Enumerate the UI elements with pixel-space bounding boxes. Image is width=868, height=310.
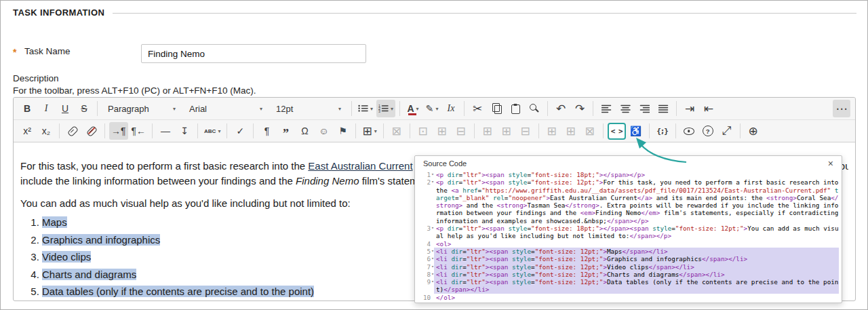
quote-icon: ” xyxy=(283,131,289,136)
insert-row-above-icon: ⊞ xyxy=(483,124,492,138)
toolbar-separator xyxy=(197,123,198,138)
toolbar-separator xyxy=(603,123,604,138)
strikethrough-button[interactable]: S xyxy=(75,100,93,117)
insert-column-before-button[interactable]: ⊞ xyxy=(543,122,561,140)
code-editor[interactable]: 1▾<p dir="ltr"><span style="font-size: 1… xyxy=(418,171,839,301)
line-number: 9▾ xyxy=(418,278,434,294)
paragraph-style-select[interactable]: Paragraph▾ xyxy=(102,100,181,117)
bullet-list-button[interactable]: ▾ xyxy=(356,100,375,117)
search-button[interactable] xyxy=(526,100,543,117)
insert-column-after-button[interactable]: ⊞ xyxy=(562,122,580,140)
toolbar-row: x²x₂→¶¶←—↧ABC▾✓¶”Ω☺⚑⊞▾⊠⊡⊞⊟⊞⊞⊟⊞⊞⊠< >♿{;}?… xyxy=(14,119,855,142)
insert-row-below-button[interactable]: ⊞ xyxy=(498,122,515,140)
help-button[interactable]: ? xyxy=(699,122,717,140)
page-break-button[interactable]: ↧ xyxy=(176,122,193,140)
text-color-button[interactable]: A▾ xyxy=(404,100,422,117)
code-text[interactable]: <li dir="ltr"><span style="font-size: 12… xyxy=(434,278,839,294)
emoticons-button[interactable]: ☺ xyxy=(315,122,332,140)
chevron-down-icon: ▾ xyxy=(173,106,176,112)
font-family-select[interactable]: Arial▾ xyxy=(184,100,268,117)
merge-cells-button[interactable]: ⊞ xyxy=(433,122,451,140)
toolbar-separator xyxy=(152,123,153,138)
text-color-icon: A xyxy=(407,103,414,114)
toolbar-separator xyxy=(59,123,60,138)
split-cell-button[interactable]: ⊟ xyxy=(452,122,470,140)
ltr-direction-button[interactable]: →¶ xyxy=(109,122,128,140)
code-text[interactable]: <li dir="ltr"><span style="font-size: 12… xyxy=(434,263,839,271)
toolbar-separator xyxy=(104,123,105,138)
redo-button[interactable]: ↷ xyxy=(571,100,589,117)
numbered-list-button[interactable]: 123▾ xyxy=(376,100,395,117)
code-text[interactable]: <p dir="ltr"><span style="font-size: 18p… xyxy=(434,225,839,240)
bold-button[interactable]: B xyxy=(18,100,36,117)
remove-link-button[interactable] xyxy=(83,122,100,140)
delete-column-button[interactable]: ⊠ xyxy=(581,122,599,140)
insert-link-button[interactable] xyxy=(64,122,81,140)
code-line: 9▾<li dir="ltr"><span style="font-size: … xyxy=(418,278,839,294)
code-text[interactable]: <p dir="ltr"><span style="font-size: 12p… xyxy=(434,178,839,225)
strikethrough-icon: S xyxy=(81,103,87,114)
special-character-button[interactable]: Ω xyxy=(296,122,313,140)
code-text[interactable]: <p dir="ltr"><span style="font-size: 18p… xyxy=(434,171,839,178)
toolbar-separator xyxy=(253,123,254,138)
line-number: 8▾ xyxy=(418,271,434,278)
align-center-button[interactable] xyxy=(616,100,634,117)
task-name-input[interactable] xyxy=(141,44,366,63)
delete-table-button[interactable]: ⊠ xyxy=(388,122,406,140)
close-icon[interactable]: × xyxy=(828,159,833,168)
font-size-select-label: 12pt xyxy=(276,104,293,114)
code-text[interactable]: </ol> xyxy=(434,294,839,301)
redo-icon: ↷ xyxy=(575,102,585,116)
italic-button[interactable]: I xyxy=(37,100,55,117)
delete-row-icon: ⊟ xyxy=(521,124,530,138)
indent-button[interactable]: ⇥ xyxy=(681,100,698,117)
paste-button[interactable] xyxy=(507,100,524,117)
align-left-button[interactable] xyxy=(597,100,615,117)
content-link[interactable]: East Australian Current xyxy=(308,160,412,172)
show-invisibles-button[interactable]: ¶ xyxy=(258,122,275,140)
source-code-button[interactable]: < > xyxy=(608,123,626,140)
code-text[interactable]: <li dir="ltr"><span style="font-size: 12… xyxy=(434,255,839,263)
text-segment: include the linking information between … xyxy=(20,175,296,187)
split-cell-icon: ⊟ xyxy=(456,124,466,138)
text-segment: Finding Nemo xyxy=(296,175,359,187)
blockquote-button[interactable]: ” xyxy=(277,122,294,140)
source-code-dialog: Source Code × 1▾<p dir="ltr"><span style… xyxy=(414,155,842,303)
code-text[interactable]: <li dir="ltr"><span style="font-size: 12… xyxy=(434,248,839,255)
spellcheck-toggle-button[interactable]: ✓ xyxy=(231,122,249,140)
align-left-icon xyxy=(601,104,612,113)
insert-row-above-button[interactable]: ⊞ xyxy=(479,122,496,140)
spellcheck-button[interactable]: ABC▾ xyxy=(202,122,222,140)
copy-button[interactable] xyxy=(488,100,505,117)
align-justify-icon xyxy=(658,104,669,113)
align-justify-button[interactable] xyxy=(654,100,672,117)
code-text[interactable]: <ol> xyxy=(434,240,839,248)
table-cell-properties-button[interactable]: ⊡ xyxy=(414,122,432,140)
font-size-select[interactable]: 12pt▾ xyxy=(271,100,347,117)
horizontal-rule-icon: — xyxy=(161,125,170,136)
delete-row-button[interactable]: ⊟ xyxy=(517,122,534,140)
table-button[interactable]: ⊞▾ xyxy=(360,122,378,140)
more-toolbar-button[interactable]: ⋯ xyxy=(833,100,850,117)
fullscreen-button[interactable]: ⤢ xyxy=(718,122,736,140)
toolbar-separator xyxy=(676,101,677,116)
anchor-button[interactable]: ⚑ xyxy=(334,122,351,140)
chevron-down-icon: ▾ xyxy=(435,106,438,112)
highlight-color-button[interactable]: ✎▾ xyxy=(423,100,441,117)
code-text[interactable]: <li dir="ltr"><span style="font-size: 12… xyxy=(434,271,839,278)
superscript-button[interactable]: x² xyxy=(18,122,36,140)
outdent-button[interactable]: ⇤ xyxy=(700,100,717,117)
clear-formatting-button[interactable]: Ix xyxy=(442,100,460,117)
add-content-button[interactable]: ⊕ xyxy=(745,122,762,140)
rtl-direction-button[interactable]: ¶← xyxy=(130,122,149,140)
underline-button[interactable]: U xyxy=(56,100,74,117)
align-right-button[interactable] xyxy=(635,100,653,117)
horizontal-rule-button[interactable]: — xyxy=(157,122,174,140)
subscript-icon: x₂ xyxy=(42,125,50,136)
subscript-button[interactable]: x₂ xyxy=(37,122,55,140)
undo-button[interactable]: ↶ xyxy=(552,100,570,117)
cut-button[interactable]: ✂ xyxy=(469,100,486,117)
toolbar-separator xyxy=(399,101,400,116)
toolbar-separator xyxy=(740,123,741,138)
rtl-paragraph-icon: ¶← xyxy=(132,125,146,136)
